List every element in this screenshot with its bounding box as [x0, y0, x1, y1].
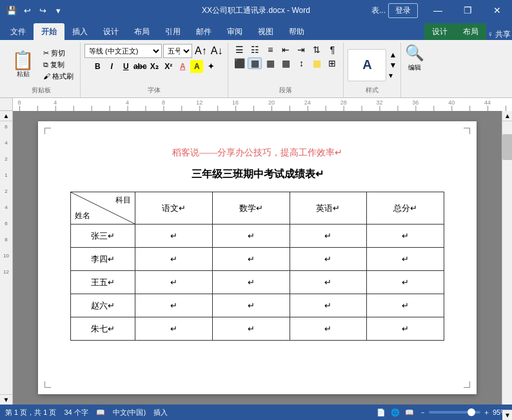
zoom-slider[interactable] — [429, 411, 480, 414]
align-center-button[interactable]: ▦ — [248, 57, 262, 69]
font-grow-button[interactable]: A↑ — [193, 45, 208, 57]
scroll-thumb[interactable] — [502, 134, 512, 160]
score-table: 科目 姓名 语文↵ 数学↵ 英语↵ 总分↵ 张三↵ ↵ ↵ ↵ ↵ — [70, 192, 444, 341]
underline-button[interactable]: U — [119, 60, 132, 73]
quick-access-more[interactable]: ▾ — [52, 4, 64, 17]
zhuqi-math: ↵ — [212, 317, 290, 341]
superscript-button[interactable]: X² — [162, 60, 175, 73]
font-size-select[interactable]: 五号 — [163, 44, 192, 58]
view-print-icon[interactable]: 📄 — [377, 408, 386, 417]
font-family-select[interactable]: 等线 (中文正文) — [84, 44, 162, 58]
cut-button[interactable]: ✂ 剪切 — [41, 48, 76, 59]
style-scroll-up[interactable]: ▲ — [389, 50, 397, 59]
sort-button[interactable]: ⇅ — [310, 44, 324, 55]
tab-home[interactable]: 开始 — [34, 23, 64, 40]
tab-review[interactable]: 审阅 — [219, 23, 250, 40]
undo-icon[interactable]: ↩ — [21, 4, 34, 17]
scroll-top-button[interactable]: ▲ — [502, 111, 512, 121]
subscript-button[interactable]: X₂ — [148, 60, 161, 73]
tab-mail[interactable]: 邮件 — [188, 23, 219, 40]
zoom-in-button[interactable]: ＋ — [483, 408, 490, 417]
zoom-thumb[interactable] — [468, 408, 475, 416]
tab-layout-context[interactable]: 布局 — [455, 23, 486, 40]
strikethrough-button[interactable]: abc — [133, 60, 146, 73]
language: 中文(中国) — [113, 408, 146, 417]
shading-button[interactable]: ▦ — [310, 57, 324, 69]
style-normal-button[interactable]: A — [348, 49, 386, 81]
zhaoliu-english: ↵ — [290, 294, 367, 317]
tab-file[interactable]: 文件 — [3, 23, 34, 40]
name-zhuqi: 朱七↵ — [71, 317, 135, 341]
login-button[interactable]: 登录 — [388, 3, 418, 18]
ruler-corner — [0, 98, 13, 110]
clipboard-label: 剪贴板 — [6, 86, 76, 96]
document-area: 稻客说——分享办公技巧，提高工作效率↵ 三年级三班期中考试成绩表↵ 科目 姓名 … — [13, 111, 502, 405]
left-scrollbar[interactable]: ▲ ▼ 6 4 2 1 2 4 6 8 10 12 — [0, 111, 13, 405]
multilevel-list-button[interactable]: ≡ — [263, 44, 277, 55]
align-justify-button[interactable]: ▦ — [279, 57, 293, 69]
font-shrink-button[interactable]: A↓ — [210, 45, 224, 57]
font-color-button[interactable]: A — [176, 60, 189, 73]
scroll-bottom-button[interactable]: ▼ — [502, 410, 512, 420]
proofing-icon[interactable]: 📖 — [96, 408, 105, 417]
line-spacing-button[interactable]: ↕ — [294, 57, 308, 69]
wangwu-english: ↵ — [290, 271, 367, 294]
ribbon: 📋 粘贴 ✂ 剪切 ⧉ 复制 🖌 格式刷 剪贴板 等线 (中文正文) 五号 A↑… — [0, 40, 512, 98]
indent-increase-button[interactable]: ⇥ — [294, 44, 308, 55]
close-button[interactable]: ✕ — [482, 0, 512, 21]
tab-design[interactable]: 设计 — [95, 23, 126, 40]
style-expand[interactable]: ▾ — [389, 71, 397, 80]
page-info: 第 1 页，共 1 页 — [5, 408, 56, 417]
scroll-down-button[interactable]: ▼ — [0, 394, 12, 405]
main-area: ▲ ▼ 6 4 2 1 2 4 6 8 10 12 稻客说——分享办公技巧，提高… — [0, 111, 512, 405]
wangwu-math: ↵ — [212, 271, 290, 294]
restore-button[interactable]: ❐ — [453, 0, 482, 21]
paste-button[interactable]: 📋 粘贴 — [6, 49, 39, 81]
clear-format-button[interactable]: ✦ — [204, 60, 217, 73]
table-row: 王五↵ ↵ ↵ ↵ ↵ — [71, 271, 444, 294]
tab-view[interactable]: 视图 — [250, 23, 281, 40]
clipboard-content: 📋 粘贴 ✂ 剪切 ⧉ 复制 🖌 格式刷 — [6, 44, 76, 86]
tab-help[interactable]: 帮助 — [281, 23, 312, 40]
doc-title: 三年级三班期中考试成绩表↵ — [70, 168, 444, 181]
share-icon[interactable]: ♀ 共享 — [487, 29, 511, 40]
col-total: 总分↵ — [367, 192, 444, 225]
zhangsan-chinese: ↵ — [135, 225, 213, 248]
view-web-icon[interactable]: 🌐 — [391, 408, 400, 417]
name-zhangsan: 张三↵ — [71, 225, 135, 248]
zhangsan-english: ↵ — [290, 225, 367, 248]
lisi-math: ↵ — [212, 248, 290, 271]
tab-references[interactable]: 引用 — [157, 23, 188, 40]
expand-ribbon-icon[interactable]: 表... — [371, 5, 386, 16]
ruler-container — [0, 98, 512, 111]
style-scroll-down[interactable]: ▼ — [389, 61, 397, 70]
list-unordered-button[interactable]: ☰ — [232, 44, 246, 55]
tab-design-context[interactable]: 设计 — [424, 23, 455, 40]
corner-tl — [44, 128, 51, 134]
zoom-out-button[interactable]: － — [419, 408, 426, 417]
align-right-button[interactable]: ▦ — [263, 57, 277, 69]
save-icon[interactable]: 💾 — [5, 4, 18, 17]
corner-tr — [464, 128, 470, 134]
minimize-button[interactable]: — — [423, 0, 453, 21]
align-left-button[interactable]: ⬛ — [232, 57, 246, 69]
tab-layout[interactable]: 布局 — [126, 23, 157, 40]
redo-icon[interactable]: ↪ — [36, 4, 49, 17]
edit-label[interactable]: 编辑 — [408, 63, 421, 72]
bold-button[interactable]: B — [91, 60, 104, 73]
search-icon[interactable]: 🔍 — [405, 44, 424, 62]
scroll-up-button[interactable]: ▲ — [0, 111, 12, 121]
zhangsan-math: ↵ — [212, 225, 290, 248]
vertical-scrollbar[interactable]: ▲ ▼ — [502, 111, 512, 405]
highlight-button[interactable]: A — [190, 60, 203, 73]
format-painter-button[interactable]: 🖌 格式刷 — [41, 71, 76, 82]
zhaoliu-chinese: ↵ — [135, 294, 213, 317]
border-button[interactable]: ⊞ — [325, 57, 339, 69]
view-read-icon[interactable]: 📖 — [405, 408, 414, 417]
list-ordered-button[interactable]: ☷ — [248, 44, 262, 55]
italic-button[interactable]: I — [105, 60, 118, 73]
copy-button[interactable]: ⧉ 复制 — [41, 59, 76, 70]
tab-insert[interactable]: 插入 — [64, 23, 95, 40]
show-marks-button[interactable]: ¶ — [325, 44, 339, 55]
indent-decrease-button[interactable]: ⇤ — [279, 44, 293, 55]
